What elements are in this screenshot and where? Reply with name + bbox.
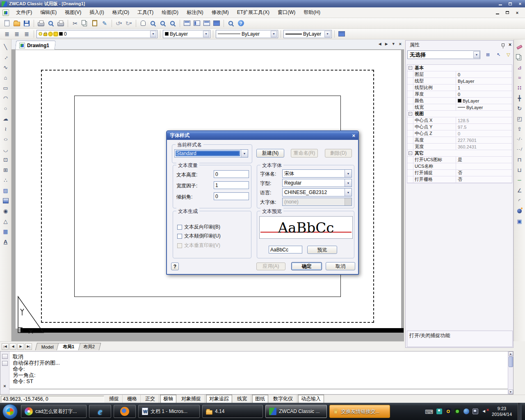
help-button[interactable]: ? — [236, 19, 245, 28]
tab-last-icon[interactable]: ▶| — [25, 343, 32, 350]
extend-button[interactable]: --/ — [515, 145, 524, 154]
lineweight-combo-arrow[interactable]: ▼ — [324, 31, 331, 37]
menu-insert[interactable]: 插入(I) — [86, 8, 107, 17]
scale-button[interactable]: ◰ — [515, 114, 524, 123]
text-height-input[interactable] — [214, 170, 249, 178]
layer-combo[interactable]: 0 ▼ — [37, 30, 158, 38]
taskbar-firefox[interactable] — [114, 405, 136, 418]
region-button[interactable]: △ — [1, 217, 10, 226]
minimize-button[interactable] — [497, 1, 504, 7]
prop-row-thickness[interactable]: 厚度0 — [407, 91, 512, 98]
tab-layout1[interactable]: 布局1 — [57, 343, 81, 350]
rectangle-button[interactable]: ▭ — [1, 84, 10, 92]
doc-close-button[interactable]: × — [514, 10, 520, 15]
selection-combo-arrow[interactable]: ▼ — [473, 51, 480, 58]
upside-down-checkbox-box[interactable] — [177, 234, 182, 239]
cancel-button[interactable]: 取消 — [326, 262, 355, 270]
menu-edit[interactable]: 编辑(E) — [37, 8, 60, 17]
point-button[interactable]: ∴ — [1, 176, 10, 185]
command-scrollbar[interactable]: ▲ ▼ — [508, 352, 513, 394]
new-style-button[interactable]: 新建(N) — [256, 149, 284, 158]
quick-select-button[interactable]: ⊞ — [484, 51, 492, 59]
java-tray-icon[interactable] — [463, 409, 469, 414]
preview-button[interactable]: 预览 — [307, 246, 337, 254]
taskbar-word[interactable]: 文档 1 - Micros... — [138, 405, 200, 418]
match-properties-button[interactable]: ✎ — [100, 19, 109, 28]
erase-button[interactable] — [515, 43, 524, 51]
language-combo-arrow[interactable]: ▼ — [345, 189, 352, 196]
command-options-icon[interactable] — [2, 361, 8, 366]
prop-row-snap-on[interactable]: 打开捕捉否 — [407, 170, 512, 176]
prop-row-height[interactable]: 高度227.7601 — [407, 137, 512, 144]
command-history-icon[interactable] — [2, 354, 8, 359]
select-objects-button[interactable]: ↖ — [494, 51, 503, 59]
scroll-down-icon[interactable]: ▼ — [509, 390, 513, 394]
toggle-grid[interactable]: 栅格 — [124, 395, 140, 403]
style-combo-arrow[interactable]: ▼ — [241, 150, 248, 157]
chamfer-button[interactable]: ∠ — [515, 186, 524, 195]
hatch-button[interactable]: ▨ — [1, 186, 10, 195]
save-button[interactable] — [22, 19, 31, 28]
ellipse-button[interactable]: ○ — [1, 135, 10, 144]
network-tray-icon[interactable] — [472, 409, 478, 414]
close-button[interactable]: × — [517, 1, 523, 7]
tab-model[interactable]: Model — [35, 343, 60, 350]
stretch-button[interactable]: ⇧ — [515, 125, 524, 133]
menu-view[interactable]: 视图(V) — [61, 8, 85, 17]
doc-minimize-button[interactable] — [495, 10, 500, 15]
toggle-ortho[interactable]: 正交 — [142, 395, 158, 403]
menu-format[interactable]: 格式(O) — [109, 8, 133, 17]
doc-restore-button[interactable] — [504, 10, 510, 15]
publish-button[interactable] — [56, 19, 65, 28]
redo-button[interactable]: ↻▼ — [124, 19, 133, 28]
designcenter-button[interactable] — [202, 19, 211, 28]
layer-states-button[interactable]: ≣ — [12, 30, 21, 39]
volume-muted-icon[interactable]: ◄ — [482, 409, 486, 414]
tab-list-icon[interactable]: ▼ — [392, 42, 395, 46]
zoom-window-button[interactable] — [158, 19, 167, 28]
tab-prev-icon[interactable]: ◀ — [9, 343, 16, 350]
section-view[interactable]: −视图 — [407, 111, 512, 117]
prop-row-center-z[interactable]: 中心点 Z0 — [407, 130, 512, 137]
menu-tools[interactable]: 工具(T) — [134, 8, 157, 17]
menu-file[interactable]: 文件(F) — [12, 8, 36, 17]
copy-object-button[interactable] — [515, 53, 524, 62]
circle-button[interactable]: ○ — [1, 104, 10, 113]
pan-button[interactable] — [139, 19, 148, 28]
linetype-combo[interactable]: ByLayer ▼ — [216, 30, 278, 38]
prop-row-layer[interactable]: 图层0 — [407, 71, 512, 78]
dialog-help-button[interactable]: ? — [171, 262, 179, 270]
command-input[interactable] — [9, 389, 508, 389]
menu-help[interactable]: 帮助(H) — [300, 8, 324, 17]
dialog-close-icon[interactable]: × — [352, 132, 355, 139]
tab-next-icon[interactable]: ▶ — [17, 343, 24, 350]
new-file-button[interactable] — [2, 19, 11, 28]
preview-text-input[interactable] — [269, 246, 302, 253]
properties-close-icon[interactable]: × — [509, 42, 511, 48]
section-other[interactable]: −其它 — [407, 150, 512, 157]
join-button[interactable]: →← — [515, 176, 524, 185]
find-button[interactable] — [226, 19, 235, 28]
explode-button[interactable] — [515, 207, 524, 215]
lineweight-combo[interactable]: ByLayer ▼ — [283, 30, 332, 38]
offset-button[interactable]: ≈ — [515, 73, 524, 82]
upside-down-checkbox[interactable]: 文本颠倒印刷(U) — [177, 233, 221, 240]
style-name-combo[interactable]: Standard ▼ — [174, 149, 248, 158]
mirror-button[interactable]: ⊿ — [515, 63, 524, 72]
toggle-otrack[interactable]: 对象追踪 — [206, 395, 232, 403]
prop-row-color[interactable]: 颜色ByLayer — [407, 98, 512, 104]
prop-row-ucs-name[interactable]: UCS名称 — [407, 163, 512, 170]
undo-button[interactable]: ↺▼ — [114, 19, 123, 28]
zoom-previous-button[interactable] — [168, 19, 177, 28]
restore-button[interactable] — [507, 1, 514, 7]
tab-scroll-right-icon[interactable]: ▶ — [385, 42, 388, 46]
break-at-point-button[interactable]: ⊓ — [515, 155, 524, 164]
trim-button[interactable]: -/- — [515, 135, 524, 144]
pin-icon[interactable] — [502, 43, 504, 46]
commandline-palette-button[interactable] — [183, 19, 192, 28]
prop-row-grid-on[interactable]: 打开栅格否 — [407, 176, 512, 183]
polyline-button[interactable]: ∿ — [1, 63, 10, 72]
construction-line-button[interactable]: ↔ — [1, 53, 10, 62]
chat-tray-icon[interactable] — [436, 409, 442, 414]
cut-button[interactable]: ✂ — [71, 19, 80, 28]
